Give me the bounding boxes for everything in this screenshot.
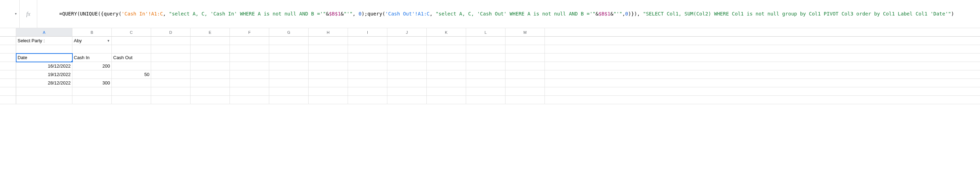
column-header-M[interactable]: M [506, 28, 545, 37]
cell[interactable] [545, 96, 980, 104]
cell[interactable] [151, 79, 191, 87]
cell[interactable] [387, 37, 427, 45]
cell[interactable] [427, 45, 466, 53]
cell[interactable] [191, 53, 230, 62]
cell-cashout[interactable] [112, 62, 151, 70]
cell[interactable] [427, 70, 466, 79]
cell[interactable] [348, 62, 387, 70]
cell[interactable] [191, 62, 230, 70]
column-header-B[interactable]: B [72, 28, 112, 37]
cell[interactable] [269, 45, 309, 53]
row-header[interactable] [0, 37, 16, 45]
cell[interactable] [191, 96, 230, 104]
cell[interactable] [427, 79, 466, 87]
cell[interactable] [230, 79, 269, 87]
cell-cashin[interactable]: 300 [72, 79, 112, 87]
cell-party-dropdown[interactable]: Aby ▼ [72, 37, 112, 45]
cell-date[interactable]: 19/12/2022 [16, 70, 72, 79]
cell[interactable] [112, 87, 151, 96]
cell[interactable] [230, 87, 269, 96]
cell[interactable] [506, 53, 545, 62]
cell[interactable] [348, 45, 387, 53]
cell[interactable] [191, 37, 230, 45]
cell[interactable] [427, 53, 466, 62]
cell-select-party-label[interactable]: Select Party : [16, 37, 72, 45]
cell[interactable] [230, 45, 269, 53]
cell[interactable] [269, 53, 309, 62]
cell[interactable] [191, 87, 230, 96]
row-header[interactable] [0, 62, 16, 70]
cell[interactable] [506, 37, 545, 45]
select-all-corner[interactable] [0, 28, 16, 37]
cell[interactable] [427, 96, 466, 104]
cell[interactable] [427, 37, 466, 45]
cell[interactable] [348, 53, 387, 62]
cell[interactable] [16, 45, 72, 53]
cell[interactable] [348, 96, 387, 104]
cell[interactable] [506, 70, 545, 79]
cell[interactable] [112, 37, 151, 45]
cell[interactable] [72, 87, 112, 96]
cell[interactable] [309, 53, 348, 62]
cell[interactable] [545, 37, 980, 45]
cell[interactable] [387, 96, 427, 104]
cell[interactable] [309, 45, 348, 53]
column-header-extra[interactable] [545, 28, 980, 37]
cell[interactable] [151, 87, 191, 96]
cell[interactable] [269, 87, 309, 96]
cell[interactable] [309, 87, 348, 96]
cell[interactable] [230, 53, 269, 62]
row-header[interactable] [0, 45, 16, 53]
cell[interactable] [427, 62, 466, 70]
column-header-D[interactable]: D [151, 28, 191, 37]
cell[interactable] [112, 45, 151, 53]
cell-date[interactable]: 16/12/2022 [16, 62, 72, 70]
cell-date[interactable]: 28/12/2022 [16, 79, 72, 87]
cell[interactable] [230, 62, 269, 70]
cell[interactable] [506, 87, 545, 96]
cell[interactable] [269, 62, 309, 70]
cell[interactable] [427, 87, 466, 96]
cell[interactable] [545, 45, 980, 53]
cell-cashout[interactable]: 50 [112, 70, 151, 79]
column-header-K[interactable]: K [427, 28, 466, 37]
cell[interactable] [151, 96, 191, 104]
cell-date-header[interactable]: Date [16, 53, 72, 62]
cell[interactable] [72, 45, 112, 53]
cell[interactable] [545, 53, 980, 62]
cell[interactable] [387, 87, 427, 96]
cell[interactable] [387, 79, 427, 87]
column-header-J[interactable]: J [387, 28, 427, 37]
cell[interactable] [151, 70, 191, 79]
cell[interactable] [151, 37, 191, 45]
chevron-down-icon[interactable]: ▼ [107, 39, 110, 43]
cell[interactable] [506, 79, 545, 87]
chevron-down-icon[interactable]: ▼ [14, 12, 17, 16]
name-box[interactable]: ▼ [0, 0, 20, 28]
cell[interactable] [466, 45, 506, 53]
cell[interactable] [269, 79, 309, 87]
cell[interactable] [466, 37, 506, 45]
cell[interactable] [269, 70, 309, 79]
cell[interactable] [309, 37, 348, 45]
row-header[interactable] [0, 96, 16, 104]
cell[interactable] [309, 70, 348, 79]
cell[interactable] [506, 96, 545, 104]
cell[interactable] [230, 96, 269, 104]
cell[interactable] [387, 45, 427, 53]
cell[interactable] [387, 53, 427, 62]
column-header-I[interactable]: I [348, 28, 387, 37]
selection-handle[interactable] [71, 61, 72, 62]
cell[interactable] [269, 96, 309, 104]
row-header[interactable] [0, 53, 16, 62]
row-header[interactable] [0, 79, 16, 87]
cell[interactable] [545, 70, 980, 79]
cell[interactable] [506, 45, 545, 53]
cell[interactable] [16, 96, 72, 104]
column-header-E[interactable]: E [191, 28, 230, 37]
cell[interactable] [309, 96, 348, 104]
cell[interactable] [151, 62, 191, 70]
column-header-G[interactable]: G [269, 28, 309, 37]
cell[interactable] [348, 87, 387, 96]
cell[interactable] [151, 45, 191, 53]
